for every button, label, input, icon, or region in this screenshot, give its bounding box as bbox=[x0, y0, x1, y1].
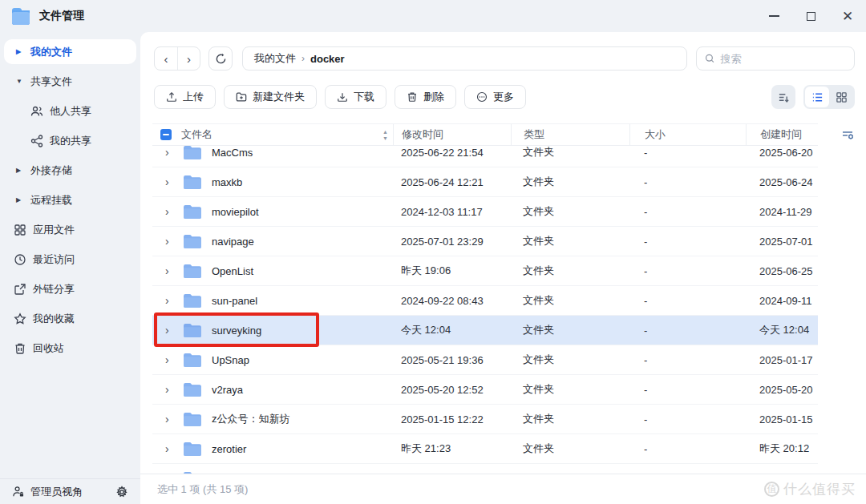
sort-order-button[interactable] bbox=[771, 85, 795, 109]
file-type: 文件夹 bbox=[511, 204, 629, 219]
admin-view-label: 管理员视角 bbox=[30, 485, 83, 499]
breadcrumb-root[interactable]: 我的文件 bbox=[254, 51, 296, 66]
breadcrumb[interactable]: 我的文件 › docker bbox=[242, 46, 687, 71]
table-row[interactable]: › sun-panel 2024-09-22 08:43 文件夹 - 2024-… bbox=[152, 286, 818, 316]
sort-arrows-icon[interactable]: ▲▼ bbox=[382, 129, 388, 141]
column-header-name[interactable]: 文件名 ▲▼ bbox=[152, 124, 393, 145]
sidebar-item-external-share[interactable]: 外链分享 bbox=[0, 274, 140, 304]
close-button[interactable]: ✕ bbox=[829, 0, 866, 32]
app-logo-icon bbox=[10, 7, 31, 26]
table-row[interactable]: › MacCms 2025-06-22 21:54 文件夹 - 2025-06-… bbox=[152, 146, 818, 167]
forward-button[interactable]: › bbox=[177, 47, 200, 70]
upload-button[interactable]: 上传 bbox=[154, 85, 216, 109]
list-view-button[interactable] bbox=[805, 87, 829, 107]
modified-time: 昨天 19:06 bbox=[393, 264, 511, 278]
new-folder-button[interactable]: 新建文件夹 bbox=[224, 85, 317, 109]
file-type: 文件夹 bbox=[511, 382, 629, 397]
sidebar-item-favorites[interactable]: 我的收藏 bbox=[0, 304, 140, 333]
expand-chevron-icon[interactable]: › bbox=[165, 235, 183, 248]
folder-icon bbox=[183, 146, 202, 160]
chevron-right-icon: ▶ bbox=[16, 196, 27, 204]
back-button[interactable]: ‹ bbox=[155, 47, 177, 70]
file-name: zerotier bbox=[212, 443, 246, 455]
expand-chevron-icon[interactable]: › bbox=[165, 205, 183, 218]
upload-icon bbox=[166, 91, 177, 103]
sidebar-item-external-storage[interactable]: ▶ 外接存储 bbox=[0, 155, 140, 185]
file-name: MacCms bbox=[212, 147, 253, 159]
file-size: - bbox=[629, 354, 746, 366]
sidebar-item-shared-files[interactable]: ▼ 共享文件 bbox=[0, 67, 140, 96]
table-row[interactable]: › v2raya 2025-05-20 12:52 文件夹 - 2025-05-… bbox=[152, 375, 818, 405]
maximize-button[interactable] bbox=[792, 0, 829, 32]
sidebar-item-my-shares[interactable]: 我的共享 bbox=[0, 126, 140, 155]
expand-chevron-icon[interactable]: › bbox=[165, 146, 183, 159]
table-row[interactable]: › OpenList 昨天 19:06 文件夹 - 2025-06-25 bbox=[152, 256, 818, 286]
column-header-size[interactable]: 大小 bbox=[629, 124, 746, 145]
expand-chevron-icon[interactable]: › bbox=[165, 175, 183, 188]
modified-time: 2025-06-24 12:21 bbox=[393, 176, 511, 188]
expand-chevron-icon[interactable]: › bbox=[165, 264, 183, 277]
file-size: - bbox=[629, 176, 746, 188]
created-time: 2025-06-25 bbox=[746, 265, 818, 277]
column-header-modified[interactable]: 修改时间 bbox=[393, 124, 511, 145]
gear-icon[interactable] bbox=[115, 486, 128, 498]
expand-chevron-icon[interactable]: › bbox=[165, 442, 183, 455]
file-type: 文件夹 bbox=[511, 412, 629, 426]
table-row[interactable]: › z公众号：知新坊 2025-01-15 12:22 文件夹 - 2025-0… bbox=[152, 405, 818, 434]
expand-chevron-icon[interactable]: › bbox=[165, 294, 183, 307]
table-row[interactable]: › moviepilot 2024-12-03 11:17 文件夹 - 2024… bbox=[152, 197, 818, 227]
file-name: v2raya bbox=[212, 384, 243, 396]
select-all-checkbox[interactable] bbox=[160, 129, 172, 140]
expand-chevron-icon[interactable]: › bbox=[165, 383, 183, 396]
file-size: - bbox=[629, 413, 746, 425]
expand-chevron-icon[interactable]: › bbox=[165, 324, 183, 337]
sidebar-item-recycle-bin[interactable]: 回收站 bbox=[0, 333, 140, 363]
modified-time: 今天 12:04 bbox=[393, 323, 511, 337]
more-button[interactable]: 更多 bbox=[464, 85, 526, 109]
minimize-button[interactable] bbox=[755, 0, 792, 32]
column-config-button[interactable] bbox=[836, 123, 859, 146]
delete-button[interactable]: 删除 bbox=[395, 85, 456, 109]
close-icon: ✕ bbox=[842, 10, 853, 23]
table-row-selected[interactable]: › surveyking 今天 12:04 文件夹 - 今天 12:04 bbox=[152, 316, 818, 345]
search-box[interactable] bbox=[696, 46, 855, 71]
forward-icon: › bbox=[187, 52, 191, 66]
file-size: - bbox=[629, 236, 746, 248]
file-type: 文件夹 bbox=[511, 146, 629, 159]
sidebar-item-shared-by-others[interactable]: 他人共享 bbox=[0, 96, 140, 126]
modified-time: 2025-05-20 12:52 bbox=[393, 384, 511, 396]
table-row[interactable]: › zerotier 昨天 21:23 文件夹 - 昨天 20:12 bbox=[152, 434, 818, 464]
table-row[interactable]: › UpSnap 2025-05-21 19:36 文件夹 - 2025-01-… bbox=[152, 345, 818, 375]
file-size: - bbox=[629, 147, 746, 159]
table-row[interactable]: › navipage 2025-07-01 23:29 文件夹 - 2025-0… bbox=[152, 227, 818, 256]
created-time: 2025-01-17 bbox=[746, 354, 818, 366]
more-icon bbox=[476, 91, 488, 103]
view-tools bbox=[771, 85, 855, 109]
created-time: 今天 12:04 bbox=[746, 323, 818, 337]
file-type: 文件夹 bbox=[511, 323, 629, 337]
sidebar-item-recent[interactable]: 最近访问 bbox=[0, 244, 140, 274]
sidebar-item-my-files[interactable]: ▶ 我的文件 bbox=[4, 39, 136, 64]
back-icon: ‹ bbox=[164, 52, 168, 66]
sidebar-item-app-files[interactable]: 应用文件 bbox=[0, 215, 140, 244]
people-icon bbox=[30, 105, 43, 118]
download-button[interactable]: 下载 bbox=[325, 85, 386, 109]
folder-icon bbox=[183, 264, 202, 279]
folder-icon bbox=[183, 382, 202, 397]
view-mode-toggle bbox=[803, 85, 855, 109]
sidebar: ▶ 我的文件 ▼ 共享文件 他人共享 我的共享 ▶ 外接存储 ▶ 远程挂载 bbox=[0, 32, 140, 504]
refresh-button[interactable] bbox=[208, 46, 233, 71]
status-bar: 选中 1 项 (共 15 项) bbox=[140, 474, 866, 504]
breadcrumb-current: docker bbox=[310, 53, 345, 65]
sidebar-item-remote-mount[interactable]: ▶ 远程挂载 bbox=[0, 185, 140, 215]
folder-icon bbox=[183, 234, 202, 249]
created-time: 2025-05-20 bbox=[746, 384, 818, 396]
expand-chevron-icon[interactable]: › bbox=[165, 353, 183, 366]
table-row[interactable]: › maxkb 2025-06-24 12:21 文件夹 - 2025-06-2… bbox=[152, 167, 818, 197]
grid-view-button[interactable] bbox=[829, 87, 853, 107]
column-header-created[interactable]: 创建时间 bbox=[746, 124, 818, 145]
expand-chevron-icon[interactable]: › bbox=[165, 413, 183, 425]
file-type: 文件夹 bbox=[511, 234, 629, 248]
search-input[interactable] bbox=[720, 53, 846, 65]
column-header-type[interactable]: 类型 bbox=[511, 124, 629, 145]
